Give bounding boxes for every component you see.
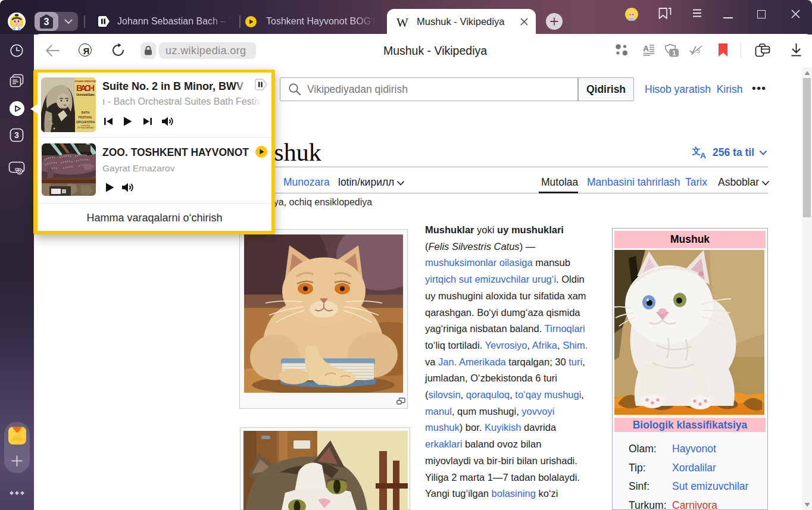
svg-text:SIR YEHUDI MENUHIN: SIR YEHUDI MENUHIN xyxy=(77,127,94,129)
svg-text:JOHANN SEBASTIAN: JOHANN SEBASTIAN xyxy=(74,80,96,83)
svg-text:3: 3 xyxy=(14,130,19,140)
svg-text:Orchestral Suites: Orchestral Suites xyxy=(76,93,95,96)
svg-text:A: A xyxy=(700,151,706,159)
svg-text:BATH: BATH xyxy=(82,111,90,114)
svg-text:conducted by: conducted by xyxy=(81,124,90,127)
svg-text:BACH: BACH xyxy=(76,83,95,93)
svg-text:A: A xyxy=(644,45,649,53)
svg-text:FESTIVAL: FESTIVAL xyxy=(79,115,93,119)
svg-text:文: 文 xyxy=(692,146,701,156)
svg-text:ORCHESTRA: ORCHESTRA xyxy=(76,120,95,124)
svg-text:1: 1 xyxy=(673,49,676,57)
